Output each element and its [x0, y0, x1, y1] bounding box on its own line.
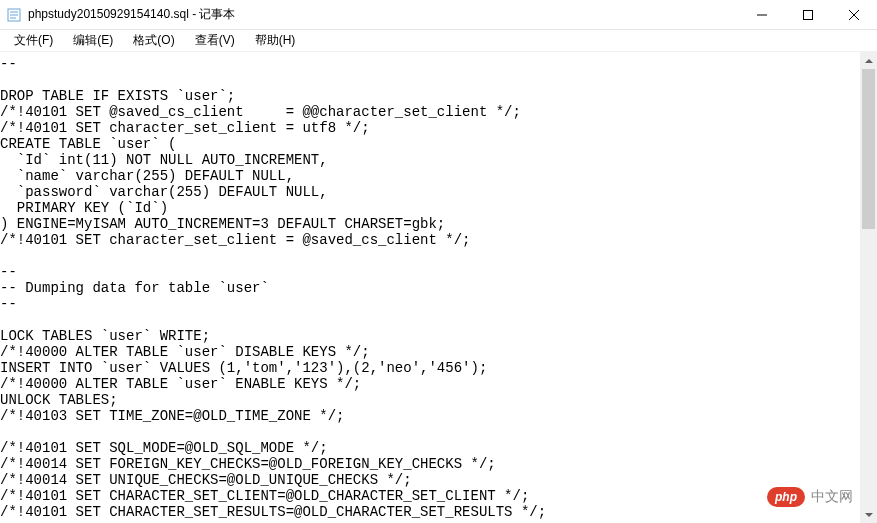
maximize-button[interactable] [785, 0, 831, 29]
app-icon [6, 7, 22, 23]
watermark: php 中文网 [767, 487, 853, 507]
svg-rect-5 [804, 10, 813, 19]
menu-edit[interactable]: 编辑(E) [63, 30, 123, 51]
watermark-badge: php [767, 487, 805, 507]
text-content[interactable]: -- DROP TABLE IF EXISTS `user`; /*!40101… [0, 52, 877, 520]
menu-view[interactable]: 查看(V) [185, 30, 245, 51]
content-area: -- DROP TABLE IF EXISTS `user`; /*!40101… [0, 52, 877, 523]
menu-format[interactable]: 格式(O) [123, 30, 184, 51]
svg-marker-9 [865, 513, 873, 517]
minimize-button[interactable] [739, 0, 785, 29]
window-controls [739, 0, 877, 29]
watermark-text: 中文网 [811, 488, 853, 506]
svg-marker-8 [865, 59, 873, 63]
window-title: phpstudy20150929154140.sql - 记事本 [28, 6, 739, 23]
scroll-thumb[interactable] [862, 69, 875, 229]
vertical-scrollbar[interactable] [860, 52, 877, 523]
scroll-down-arrow[interactable] [860, 506, 877, 523]
scroll-track[interactable] [860, 69, 877, 506]
titlebar: phpstudy20150929154140.sql - 记事本 [0, 0, 877, 30]
menubar: 文件(F) 编辑(E) 格式(O) 查看(V) 帮助(H) [0, 30, 877, 52]
close-button[interactable] [831, 0, 877, 29]
scroll-up-arrow[interactable] [860, 52, 877, 69]
menu-help[interactable]: 帮助(H) [245, 30, 306, 51]
menu-file[interactable]: 文件(F) [4, 30, 63, 51]
